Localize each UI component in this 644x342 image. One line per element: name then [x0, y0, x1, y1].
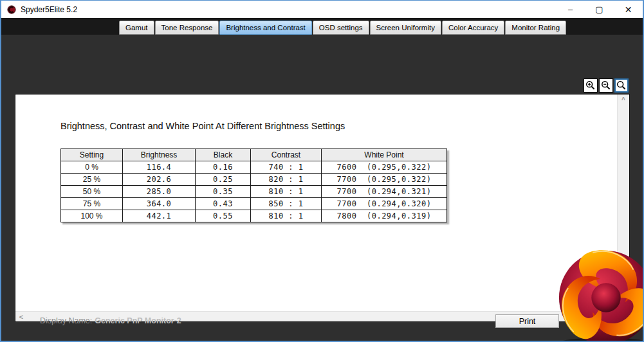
titlebar: Spyder5Elite 5.2 – ▢ ✕	[1, 1, 643, 18]
table-cell: 7700 (0.295,0.322)	[322, 174, 447, 186]
column-header: White Point	[322, 149, 447, 161]
column-header: Contrast	[251, 149, 322, 161]
tab-osd-settings[interactable]: OSD settings	[313, 21, 369, 35]
table-header-row: SettingBrightnessBlackContrastWhite Poin…	[61, 149, 447, 161]
table-cell: 100 %	[61, 210, 123, 222]
table-cell: 50 %	[61, 186, 123, 198]
tab-brightness-and-contrast[interactable]: Brightness and Contrast	[219, 21, 311, 35]
print-button[interactable]: Print	[495, 314, 559, 328]
table-cell: 7800 (0.294,0.319)	[322, 210, 447, 222]
table-cell: 0.55	[196, 210, 251, 222]
table-cell: 116.4	[123, 161, 196, 174]
tab-gamut[interactable]: Gamut	[119, 21, 154, 35]
table-cell: 7700 (0.294,0.321)	[322, 186, 447, 198]
column-header: Setting	[61, 149, 123, 161]
table-cell: 7700 (0.294,0.320)	[322, 198, 447, 210]
table-row: 25 %202.60.25820 : 17700 (0.295,0.322)	[61, 174, 447, 186]
zoom-reset-button[interactable]	[614, 78, 629, 93]
zoom-in-button[interactable]	[584, 78, 598, 93]
tab-monitor-rating[interactable]: Monitor Rating	[505, 21, 566, 35]
app-window: Spyder5Elite 5.2 – ▢ ✕ GamutTone Respons…	[0, 0, 644, 342]
table-cell: 0.25	[196, 174, 251, 186]
table-cell: 442.1	[123, 210, 196, 222]
table-cell: 810 : 1	[251, 186, 322, 198]
zoom-toolbar	[584, 78, 629, 93]
magnifier-icon	[616, 80, 627, 91]
table-cell: 364.0	[123, 198, 196, 210]
minimize-button[interactable]: –	[556, 1, 585, 18]
table-cell: 7600 (0.295,0.322)	[322, 161, 447, 174]
table-cell: 25 %	[61, 174, 123, 186]
window-title: Spyder5Elite 5.2	[21, 5, 77, 14]
table-row: 50 %285.00.35810 : 17700 (0.294,0.321)	[61, 186, 447, 198]
table-cell: 75 %	[61, 198, 123, 210]
report-viewport: Brightness, Contrast and White Point At …	[15, 94, 617, 311]
report-panel: Brightness, Contrast and White Point At …	[15, 94, 630, 322]
table-row: 100 %442.10.55810 : 17800 (0.294,0.319)	[61, 210, 447, 222]
column-header: Black	[196, 149, 251, 161]
table-cell: 0.43	[196, 198, 251, 210]
report-heading: Brightness, Contrast and White Point At …	[60, 121, 345, 131]
table-cell: 285.0	[123, 186, 196, 198]
close-button[interactable]: ✕	[614, 1, 643, 18]
maximize-button[interactable]: ▢	[585, 1, 614, 18]
magnifier-minus-icon	[601, 80, 611, 91]
table-cell: 740 : 1	[251, 161, 322, 174]
scroll-up-icon[interactable]: ^	[618, 94, 629, 105]
table-cell: 0.16	[196, 161, 251, 174]
scroll-left-icon[interactable]: <	[15, 313, 27, 321]
tab-color-accuracy[interactable]: Color Accuracy	[442, 21, 504, 35]
main-content: Brightness, Contrast and White Point At …	[1, 35, 643, 341]
table-cell: 850 : 1	[251, 198, 322, 210]
display-name-value: Generic PnP Monitor-2	[95, 316, 181, 325]
table-body: 0 %116.40.16740 : 17600 (0.295,0.322)25 …	[61, 161, 447, 222]
tab-tone-response[interactable]: Tone Response	[155, 21, 219, 35]
tab-bar: GamutTone ResponseBrightness and Contras…	[1, 18, 643, 35]
magnifier-plus-icon	[585, 80, 596, 91]
display-name: Display Name:Generic PnP Monitor-2	[40, 316, 181, 325]
brightness-table: SettingBrightnessBlackContrastWhite Poin…	[60, 148, 447, 222]
display-name-label: Display Name:	[40, 316, 92, 325]
table-cell: 810 : 1	[251, 210, 322, 222]
app-icon	[7, 5, 16, 14]
table-row: 75 %364.00.43850 : 17700 (0.294,0.320)	[61, 198, 447, 210]
table-cell: 0.35	[196, 186, 251, 198]
column-header: Brightness	[123, 149, 196, 161]
tab-screen-uniformity[interactable]: Screen Uniformity	[370, 21, 441, 35]
table-cell: 202.6	[123, 174, 196, 186]
zoom-out-button[interactable]	[599, 78, 613, 93]
table-row: 0 %116.40.16740 : 17600 (0.295,0.322)	[61, 161, 447, 174]
window-controls: – ▢ ✕	[556, 1, 643, 18]
table-cell: 820 : 1	[251, 174, 322, 186]
vertical-scrollbar[interactable]: ^	[617, 94, 629, 311]
table-cell: 0 %	[61, 161, 123, 174]
